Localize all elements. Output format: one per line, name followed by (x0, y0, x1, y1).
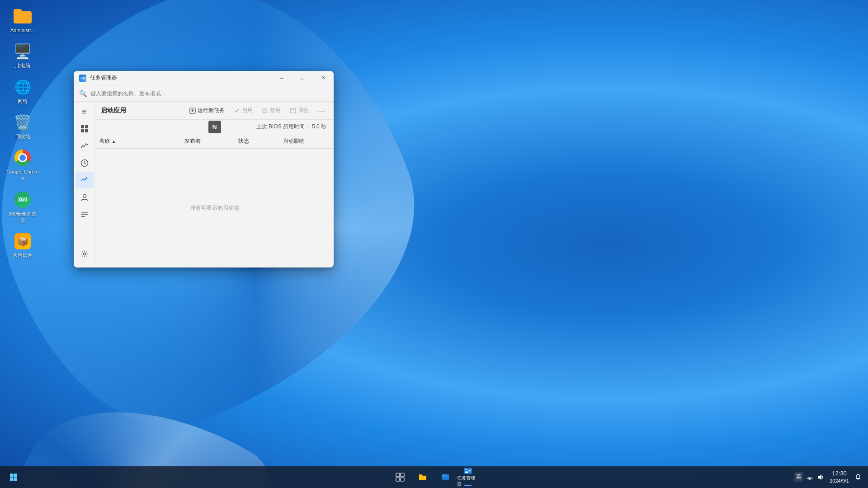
start-button[interactable] (4, 467, 24, 487)
network-tray-icon[interactable] (805, 473, 814, 482)
notification-icon[interactable] (854, 473, 863, 482)
common-software-icon: 📦 (14, 232, 32, 250)
run-new-task-button[interactable]: 运行新任务 (186, 105, 228, 116)
enable-button[interactable]: 启用 (230, 105, 256, 116)
volume-status-icon (817, 474, 824, 481)
desktop-icon-label-network: 网络 (18, 98, 28, 104)
desktop-icon-label-common-software: 常用软件 (13, 252, 33, 258)
sidebar: ≡ (74, 102, 95, 267)
table-header: 名称 ▲ 发布者 状态 启动影响 (95, 134, 334, 149)
desktop-icon-360[interactable]: 360 360安全浏览器 (5, 188, 41, 226)
sidebar-item-history[interactable] (75, 155, 94, 171)
recycle-bin-icon: 🗑️ (14, 113, 32, 131)
sidebar-item-processes[interactable] (75, 121, 94, 137)
desktop-icon-network[interactable]: 🌐 网络 (5, 75, 41, 107)
svg-rect-29 (443, 475, 445, 476)
task-manager-icon (463, 467, 472, 474)
sort-arrow-icon: ▲ (112, 139, 116, 144)
taskbar-file-manager[interactable] (434, 467, 456, 487)
taskbar-tm-icon: 任务管理器 (457, 467, 479, 488)
bios-label: 上次 BIOS 所用时间： (256, 123, 310, 131)
run-new-task-label: 运行新任务 (198, 107, 225, 114)
sidebar-item-settings[interactable] (75, 246, 94, 262)
svg-rect-20 (14, 474, 18, 477)
bell-icon (854, 474, 862, 481)
desktop-icon-this-pc[interactable]: 🖥️ 此电脑 (5, 40, 41, 71)
taskbar-tm-label: 任务管理器 (457, 475, 479, 488)
svg-rect-24 (401, 473, 404, 477)
bios-time: 5.0 秒 (312, 123, 326, 131)
disable-label: 禁用 (270, 107, 281, 114)
sidebar-item-startup[interactable] (75, 172, 94, 188)
properties-button[interactable]: 属性 (286, 105, 312, 116)
svg-rect-25 (396, 478, 400, 481)
taskbar: 任务管理器 英 (0, 466, 868, 488)
svg-rect-23 (396, 473, 400, 477)
desktop-icon-label-pc: 此电脑 (15, 62, 30, 69)
more-icon: ··· (318, 107, 325, 114)
svg-rect-26 (401, 478, 404, 481)
disable-icon (262, 108, 268, 114)
input-method-icon[interactable]: 英 (794, 473, 803, 482)
sidebar-bottom (75, 246, 94, 266)
more-options-button[interactable]: ··· (314, 105, 328, 116)
taskbar-left (0, 467, 24, 487)
desktop-icon-common-software[interactable]: 📦 常用软件 (5, 230, 41, 261)
clock-date: 2024/9/1 (830, 478, 849, 484)
clock-time: 12:30 (830, 469, 849, 478)
desktop-icon-chrome[interactable]: Google Chrome (5, 146, 41, 184)
sidebar-item-users[interactable] (75, 189, 94, 206)
col-header-status[interactable]: 状态 (235, 134, 279, 148)
search-input[interactable] (90, 90, 328, 97)
close-button[interactable]: ✕ (313, 71, 334, 85)
enable-icon (234, 108, 240, 114)
pc-icon: 🖥️ (14, 42, 32, 61)
sidebar-item-performance[interactable] (75, 138, 94, 154)
browser-360-icon: 360 (14, 191, 32, 209)
svg-rect-31 (465, 469, 467, 470)
enable-label: 启用 (242, 107, 253, 114)
task-view-icon (396, 473, 405, 482)
taskbar-right: 英 12:30 2024/9/1 (794, 469, 868, 486)
desktop-icons: Administr... 🖥️ 此电脑 🌐 网络 🗑️ 回收站 Google C… (5, 5, 41, 262)
run-icon (189, 108, 196, 114)
svg-rect-1 (85, 125, 88, 128)
sidebar-top: ≡ (75, 103, 94, 223)
maximize-button[interactable]: □ (292, 71, 313, 85)
col-header-impact[interactable]: 启动影响 (279, 134, 334, 148)
network-status-icon (806, 474, 813, 481)
titlebar-left: TM 任务管理器 (79, 74, 117, 82)
desktop-icon-label-360: 360安全浏览器 (6, 211, 39, 224)
clock[interactable]: 12:30 2024/9/1 (827, 469, 852, 486)
tm-content-panel: 启动应用 运行新任务 启用 (95, 102, 334, 267)
disable-button[interactable]: 禁用 (258, 105, 284, 116)
svg-point-6 (83, 195, 86, 198)
svg-rect-0 (81, 125, 84, 128)
sidebar-item-menu[interactable]: ≡ (75, 103, 94, 120)
desktop-icon-recycle-bin[interactable]: 🗑️ 回收站 (5, 111, 41, 142)
properties-label: 属性 (298, 107, 309, 114)
window-controls: ─ □ ✕ (271, 71, 334, 85)
minimize-button[interactable]: ─ (271, 71, 292, 85)
properties-icon (290, 108, 296, 114)
svg-point-35 (809, 479, 811, 480)
svg-rect-33 (465, 472, 468, 473)
svg-rect-27 (442, 474, 449, 480)
desktop-icon-label-recycle: 回收站 (15, 133, 30, 140)
volume-icon[interactable] (816, 473, 825, 482)
windows-logo-icon (9, 473, 18, 481)
desktop-icon-label-administrator: Administr... (10, 27, 35, 33)
taskbar-task-manager[interactable]: 任务管理器 (457, 467, 479, 487)
taskbar-center: 任务管理器 (389, 467, 479, 487)
col-header-name[interactable]: 名称 ▲ (95, 134, 181, 148)
n-icon-container: N (208, 121, 221, 133)
titlebar: TM 任务管理器 ─ □ ✕ (74, 71, 334, 85)
col-header-publisher[interactable]: 发布者 (181, 134, 235, 148)
sidebar-item-details[interactable] (75, 206, 94, 223)
taskbar-explorer[interactable] (412, 467, 434, 487)
taskbar-task-view[interactable] (389, 467, 411, 487)
svg-rect-22 (14, 478, 18, 481)
task-manager-window: TM 任务管理器 ─ □ ✕ 🔍 ≡ (74, 71, 334, 267)
desktop-icon-administrator[interactable]: Administr... (5, 5, 41, 36)
network-icon: 🌐 (14, 78, 32, 96)
